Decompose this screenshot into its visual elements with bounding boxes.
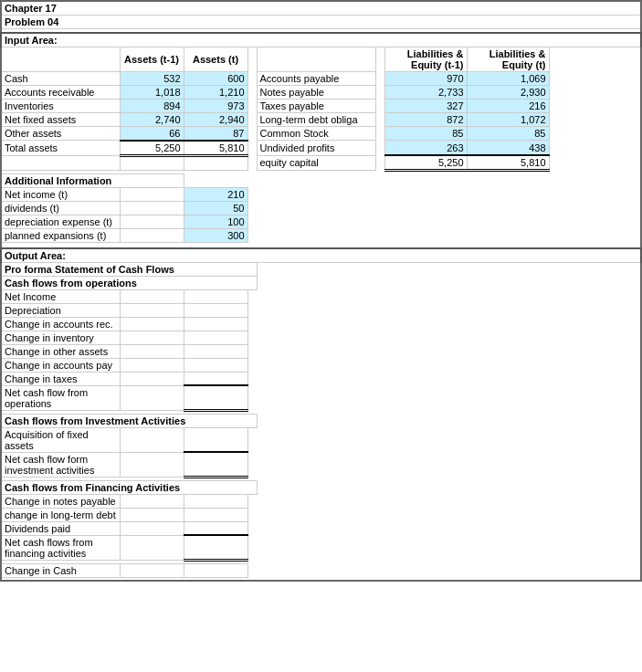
- assets-t-header: Assets (t): [184, 47, 247, 71]
- section-inv-title: Cash flows from Investment Activities: [1, 414, 257, 427]
- expansions-val[interactable]: 300: [184, 229, 247, 243]
- change-in-cash-label: Change in Cash: [1, 563, 120, 577]
- inv-t[interactable]: 973: [184, 99, 247, 112]
- dividends-val[interactable]: 50: [184, 202, 247, 215]
- inv-val-0[interactable]: [184, 427, 247, 452]
- left-label-1: Accounts receivable: [1, 85, 120, 99]
- fin-item-1: change in long-term debt: [1, 508, 120, 521]
- up-t[interactable]: 438: [467, 141, 549, 156]
- left-label-4: Other assets: [1, 126, 120, 141]
- blank-t1: [120, 155, 184, 171]
- add-info-label: Additional Information: [1, 174, 184, 188]
- ap-t[interactable]: 1,069: [467, 71, 549, 85]
- right-label-6: equity capital: [257, 155, 375, 171]
- np-t[interactable]: 2,930: [467, 85, 549, 99]
- ops-item-2: Change in accounts rec.: [1, 317, 120, 331]
- ops-val-6[interactable]: [184, 372, 247, 385]
- add-info-row-1-label: dividends (t): [1, 202, 120, 215]
- right-label-1: Notes payable: [257, 85, 375, 99]
- net-income-val[interactable]: 210: [184, 188, 247, 202]
- problem-title: Problem 04: [1, 16, 641, 29]
- add-info-row-0-label: Net income (t): [1, 188, 120, 202]
- ar-t[interactable]: 1,210: [184, 85, 247, 99]
- add-info-row-2-label: depreciation expense (t): [1, 215, 120, 229]
- ops-item-3: Change in inventory: [1, 331, 120, 344]
- cash-t[interactable]: 600: [184, 71, 247, 85]
- section-ops-title: Cash flows from operations: [1, 276, 257, 289]
- ltd-t1[interactable]: 872: [384, 112, 467, 126]
- left-label-5: Total assets: [1, 141, 120, 156]
- ops-val-0[interactable]: [184, 289, 247, 303]
- right-label-5: Undivided profits: [257, 141, 375, 156]
- nfa-t[interactable]: 2,940: [184, 112, 247, 126]
- cs-t[interactable]: 85: [467, 126, 549, 141]
- np-t1[interactable]: 2,733: [384, 85, 467, 99]
- ops-val-1[interactable]: [184, 303, 247, 317]
- liab-equity-t-header: Liabilities & Equity (t): [467, 47, 549, 71]
- left-label-3: Net fixed assets: [1, 112, 120, 126]
- liab-equity-t1-header: Liabilities & Equity (t-1): [384, 47, 467, 71]
- tp-t[interactable]: 216: [467, 99, 549, 112]
- total-assets-t: 5,810: [184, 141, 247, 156]
- ops-val-7[interactable]: [184, 385, 247, 410]
- ops-val-5[interactable]: [184, 358, 247, 372]
- chapter-title: Chapter 17: [1, 1, 641, 16]
- fin-val-3[interactable]: [184, 535, 247, 560]
- oa-t1[interactable]: 66: [120, 126, 184, 141]
- ltd-t[interactable]: 1,072: [467, 112, 549, 126]
- cs-t1[interactable]: 85: [384, 126, 467, 141]
- left-label-2: Inventories: [1, 99, 120, 112]
- right-label-2: Taxes payable: [257, 99, 375, 112]
- blank-t: [184, 155, 247, 171]
- ar-t1[interactable]: 1,018: [120, 85, 184, 99]
- oa-t[interactable]: 87: [184, 126, 247, 141]
- inv-t1[interactable]: 894: [120, 99, 184, 112]
- fin-val-0[interactable]: [184, 494, 247, 508]
- ops-item-0: Net Income: [1, 289, 120, 303]
- total-assets-t1: 5,250: [120, 141, 184, 156]
- cash-t1[interactable]: 532: [120, 71, 184, 85]
- fin-item-2: Dividends paid: [1, 521, 120, 535]
- right-label-0: Accounts payable: [257, 71, 375, 85]
- up-t1[interactable]: 263: [384, 141, 467, 156]
- left-label-0: Cash: [1, 71, 120, 85]
- inv-val-1[interactable]: [184, 452, 247, 477]
- inv-item-0: Acquisition of fixed assets: [1, 427, 120, 452]
- right-label-4: Common Stock: [257, 126, 375, 141]
- ops-val-3[interactable]: [184, 331, 247, 344]
- ec-t: 5,810: [467, 155, 549, 171]
- fin-item-0: Change in notes payable: [1, 494, 120, 508]
- ops-val-4[interactable]: [184, 344, 247, 358]
- right-label-3: Long-term debt obliga: [257, 112, 375, 126]
- spreadsheet-main: Chapter 17 Problem 04 Input Area: Assets…: [0, 0, 642, 582]
- input-area-label: Input Area:: [1, 33, 641, 47]
- fin-item-3: Net cash flows from financing activities: [1, 535, 120, 560]
- output-area-label: Output Area:: [1, 248, 641, 263]
- depreciation-val[interactable]: 100: [184, 215, 247, 229]
- ap-t1[interactable]: 970: [384, 71, 467, 85]
- blank-left: [1, 155, 120, 171]
- ops-item-5: Change in accounts pay: [1, 358, 120, 372]
- ops-item-1: Depreciation: [1, 303, 120, 317]
- change-in-cash-val[interactable]: [184, 563, 247, 577]
- nfa-t1[interactable]: 2,740: [120, 112, 184, 126]
- section-fin-title: Cash flows from Financing Activities: [1, 480, 257, 494]
- statement-title: Pro forma Statement of Cash Flows: [1, 262, 257, 276]
- ops-val-2[interactable]: [184, 317, 247, 331]
- ec-t1: 5,250: [384, 155, 467, 171]
- assets-t1-header: Assets (t-1): [120, 47, 184, 71]
- inv-item-1: Net cash flow form investment activities: [1, 452, 120, 477]
- add-info-row-3-label: planned expansions (t): [1, 229, 120, 243]
- ops-item-7: Net cash flow from operations: [1, 385, 120, 410]
- ops-item-4: Change in other assets: [1, 344, 120, 358]
- ops-item-6: Change in taxes: [1, 372, 120, 385]
- fin-val-1[interactable]: [184, 508, 247, 521]
- tp-t1[interactable]: 327: [384, 99, 467, 112]
- fin-val-2[interactable]: [184, 521, 247, 535]
